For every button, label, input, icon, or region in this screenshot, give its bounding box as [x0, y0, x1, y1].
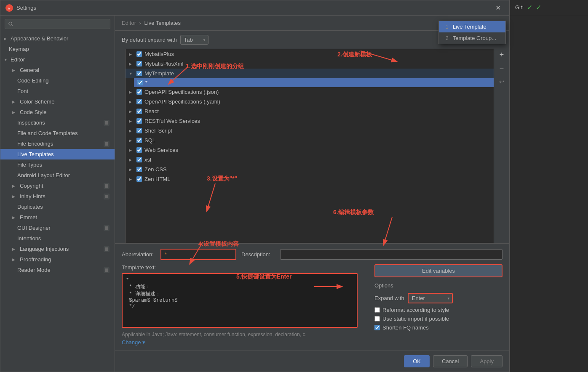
group-header-openapi-json[interactable]: ▶ OpenAPI Specifications (.json) — [126, 87, 494, 97]
group-checkbox-xsl[interactable] — [136, 157, 142, 162]
close-button[interactable]: ✕ — [492, 2, 504, 13]
shorten-fq-checkbox[interactable] — [374, 325, 380, 330]
group-header-restful[interactable]: ▶ RESTful Web Services — [126, 116, 494, 126]
sidebar-item-label: Color Scheme — [20, 98, 54, 105]
sidebar-item-lang-injections[interactable]: ▶ Language Injections — [0, 244, 115, 254]
group-arrow: ▶ — [129, 52, 134, 56]
sidebar-item-copyright[interactable]: ▶ Copyright — [0, 181, 115, 191]
sidebar-item-reader-mode[interactable]: Reader Mode — [0, 265, 115, 275]
sidebar-item-appearance[interactable]: ▶ Appearance & Behavior — [0, 33, 115, 44]
sidebar-item-label: Duplicates — [17, 204, 43, 210]
expand-arrow: ▶ — [12, 110, 17, 114]
expand-with-dropdown-wrap[interactable]: Tab Enter Space Default (Tab) — [408, 293, 453, 303]
sidebar-item-color-scheme[interactable]: ▶ Color Scheme — [0, 96, 115, 107]
template-group-shell: ▶ Shell Script — [126, 126, 494, 136]
search-input[interactable] — [16, 21, 107, 27]
static-import-row: Use static import if possible — [374, 316, 502, 322]
group-header-zen-html[interactable]: ▶ Zen HTML — [126, 174, 494, 184]
group-header-mybatisplusxml[interactable]: ▶ MybatisPlusXml — [126, 59, 494, 69]
sidebar-item-file-code-templates[interactable]: File and Code Templates — [0, 128, 115, 138]
group-header-web-services[interactable]: ▶ Web Services — [126, 145, 494, 155]
sidebar-item-emmet[interactable]: ▶ Emmet — [0, 212, 115, 223]
reformat-label: Reformat according to style — [382, 307, 449, 313]
group-header-mybatisplus[interactable]: ▶ MybatisPlus — [126, 49, 494, 59]
apply-button[interactable]: Apply — [471, 355, 502, 367]
expand-dropdown[interactable]: Tab Enter Space — [180, 35, 208, 45]
group-checkbox-mybatisplusxml[interactable] — [136, 61, 142, 66]
popup-item-template-group[interactable]: 2 Template Group... — [439, 32, 505, 44]
group-checkbox-web-services[interactable] — [136, 147, 142, 153]
group-header-xsl[interactable]: ▶ xsl — [126, 155, 494, 165]
templates-list: ▶ MybatisPlus ▶ MybatisPlusXml — [125, 49, 494, 243]
template-checkbox-star[interactable] — [137, 80, 143, 85]
sidebar-item-label: Reader Mode — [17, 267, 51, 273]
change-link[interactable]: Change ▾ — [122, 339, 145, 345]
static-import-checkbox[interactable] — [374, 316, 380, 322]
expand-dropdown-wrap[interactable]: Tab Enter Space — [180, 35, 208, 45]
group-checkbox-mytemplate[interactable] — [136, 71, 142, 76]
group-arrow: ▶ — [129, 129, 134, 133]
sidebar-item-duplicates[interactable]: Duplicates — [0, 202, 115, 212]
sidebar-item-label: Copyright — [20, 183, 43, 189]
detail-cols: Template text: * * 功能： * 详细描述： $param$ $… — [122, 264, 502, 345]
group-header-mytemplate[interactable]: ▼ MyTemplate — [126, 69, 494, 78]
sidebar-item-inlay-hints[interactable]: ▶ Inlay Hints — [0, 191, 115, 202]
git-label: Git: — [515, 4, 524, 11]
add-button[interactable]: + — [497, 49, 506, 61]
sidebar-item-file-types[interactable]: File Types — [0, 159, 115, 170]
sidebar-item-keymap[interactable]: Keymap — [0, 44, 115, 54]
group-checkbox-zen-css[interactable] — [136, 167, 142, 172]
sidebar-item-proofreading[interactable]: ▶ Proofreading — [0, 254, 115, 265]
group-checkbox-shell[interactable] — [136, 128, 142, 133]
expand-with-select[interactable]: Tab Enter Space Default (Tab) — [408, 293, 453, 303]
group-checkbox-openapi-json[interactable] — [136, 89, 142, 95]
popup-item-live-template[interactable]: 1 Live Template — [439, 21, 505, 32]
group-checkbox-restful[interactable] — [136, 118, 142, 124]
group-header-shell[interactable]: ▶ Shell Script — [126, 126, 494, 136]
group-label: SQL — [144, 137, 155, 143]
template-group-openapi-json: ▶ OpenAPI Specifications (.json) — [126, 87, 494, 97]
sidebar-item-code-editing[interactable]: Code Editing — [0, 75, 115, 86]
ok-button[interactable]: OK — [404, 355, 430, 367]
sidebar-item-gui-designer[interactable]: GUI Designer — [0, 223, 115, 233]
expand-arrow: ▶ — [12, 68, 17, 72]
group-header-zen-css[interactable]: ▶ Zen CSS — [126, 165, 494, 174]
group-checkbox-mybatisplus[interactable] — [136, 51, 142, 57]
sidebar-item-live-templates[interactable]: Live Templates — [0, 149, 115, 159]
template-text-input[interactable]: * * 功能： * 详细描述： $param$ $return$ */ — [122, 273, 358, 328]
undo-button[interactable]: ↩ — [497, 77, 506, 87]
sidebar-item-intentions[interactable]: Intentions — [0, 233, 115, 244]
sidebar-item-inspections[interactable]: Inspections — [0, 117, 115, 128]
group-checkbox-zen-html[interactable] — [136, 176, 142, 182]
sidebar-item-code-style[interactable]: ▶ Code Style — [0, 107, 115, 117]
sidebar-item-file-encodings[interactable]: File Encodings — [0, 138, 115, 149]
group-checkbox-openapi-yaml[interactable] — [136, 99, 142, 104]
expand-arrow: ▶ — [12, 100, 17, 104]
group-header-sql[interactable]: ▶ SQL — [126, 136, 494, 145]
git-bar: Git: ✓ ✓ — [510, 0, 588, 15]
abbreviation-input[interactable] — [160, 249, 236, 260]
group-checkbox-sql[interactable] — [136, 138, 142, 143]
template-group-mybatisplus: ▶ MybatisPlus — [126, 49, 494, 59]
group-header-openapi-yaml[interactable]: ▶ OpenAPI Specifications (.yaml) — [126, 97, 494, 106]
group-header-react[interactable]: ▶ React — [126, 106, 494, 116]
description-input[interactable] — [280, 249, 502, 260]
search-box[interactable] — [5, 19, 110, 29]
abbreviation-label: Abbreviation: — [122, 251, 155, 258]
group-checkbox-react[interactable] — [136, 109, 142, 114]
template-group-react: ▶ React — [126, 106, 494, 116]
sidebar-item-label: Live Templates — [17, 151, 53, 157]
expand-arrow: ▶ — [12, 247, 17, 251]
sidebar-item-label: File Encodings — [17, 141, 53, 147]
template-item-star[interactable]: * — [134, 78, 494, 87]
sidebar-item-android-layout[interactable]: Android Layout Editor — [0, 170, 115, 181]
group-label: Zen HTML — [144, 176, 170, 182]
applicable-text: Applicable in Java; Java: statement, con… — [122, 332, 358, 337]
sidebar-item-editor[interactable]: ▼ Editor — [0, 54, 115, 65]
remove-button[interactable]: − — [497, 63, 506, 75]
edit-variables-button[interactable]: Edit variables — [374, 264, 502, 277]
sidebar-item-general[interactable]: ▶ General — [0, 65, 115, 75]
reformat-checkbox[interactable] — [374, 307, 380, 313]
cancel-button[interactable]: Cancel — [433, 355, 468, 367]
sidebar-item-font[interactable]: Font — [0, 86, 115, 96]
